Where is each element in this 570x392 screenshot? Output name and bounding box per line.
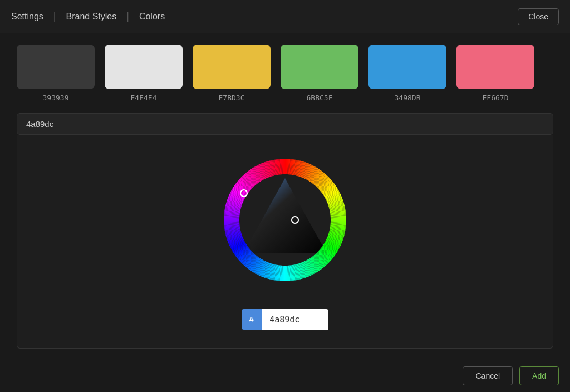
nav-colors[interactable]: Colors [130, 0, 174, 33]
bottom-bar: Cancel Add [0, 360, 570, 392]
hex-prefix: # [242, 309, 262, 330]
nav-sep-1: | [53, 11, 56, 22]
swatch-label: 3498DB [395, 94, 421, 102]
color-swatch[interactable] [456, 45, 534, 89]
hex-input-row: # [242, 309, 328, 330]
nav-sep-2: | [126, 11, 129, 22]
nav-settings[interactable]: Settings [11, 0, 52, 33]
color-swatch[interactable] [105, 45, 183, 89]
swatch-item[interactable]: 6BBC5F [281, 45, 358, 102]
header: Settings | Brand Styles | Colors Close [0, 0, 570, 33]
swatch-item[interactable]: E4E4E4 [105, 45, 183, 102]
hue-ring-overlay [218, 153, 352, 287]
swatch-item[interactable]: 393939 [17, 45, 95, 102]
swatches-row: 393939E4E4E4E7BD3C6BBC5F3498DBEF667D [17, 45, 553, 102]
main-content: 393939E4E4E4E7BD3C6BBC5F3498DBEF667D 4a8… [0, 33, 570, 360]
color-swatch[interactable] [281, 45, 358, 89]
selected-color-bar: 4a89dc [17, 113, 553, 135]
swatch-item[interactable]: 3498DB [368, 45, 446, 102]
swatch-label: E7BD3C [219, 94, 245, 102]
swatch-label: EF667D [483, 94, 509, 102]
swatch-label: 393939 [43, 94, 69, 102]
color-swatch[interactable] [17, 45, 95, 89]
add-button[interactable]: Add [519, 366, 559, 385]
color-swatch[interactable] [193, 45, 271, 89]
swatch-item[interactable]: E7BD3C [193, 45, 271, 102]
color-wheel-container[interactable] [218, 153, 352, 287]
swatch-label: E4E4E4 [131, 94, 157, 102]
nav-brand-styles[interactable]: Brand Styles [57, 0, 126, 33]
color-picker-area[interactable]: # [17, 135, 553, 349]
hex-input[interactable] [262, 309, 328, 330]
swatch-item[interactable]: EF667D [456, 45, 534, 102]
close-button[interactable]: Close [518, 8, 559, 25]
swatch-label: 6BBC5F [307, 94, 333, 102]
color-swatch[interactable] [368, 45, 446, 89]
cancel-button[interactable]: Cancel [463, 366, 513, 385]
